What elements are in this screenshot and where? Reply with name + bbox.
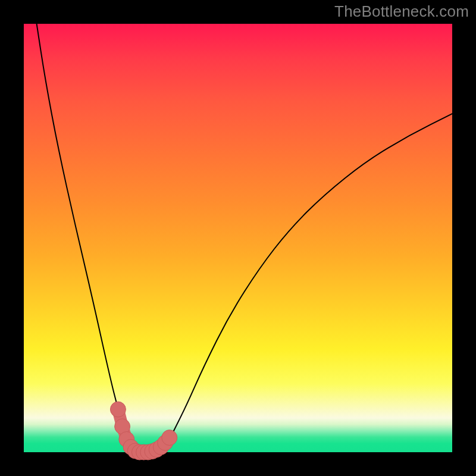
valley-marker-dot (162, 430, 177, 446)
valley-marker-dot (110, 402, 126, 417)
bottleneck-curve (37, 24, 452, 452)
plot-svg (24, 24, 452, 452)
plot-area (24, 24, 452, 452)
chart-frame: TheBottleneck.com (0, 0, 476, 476)
watermark-text: TheBottleneck.com (334, 2, 469, 21)
